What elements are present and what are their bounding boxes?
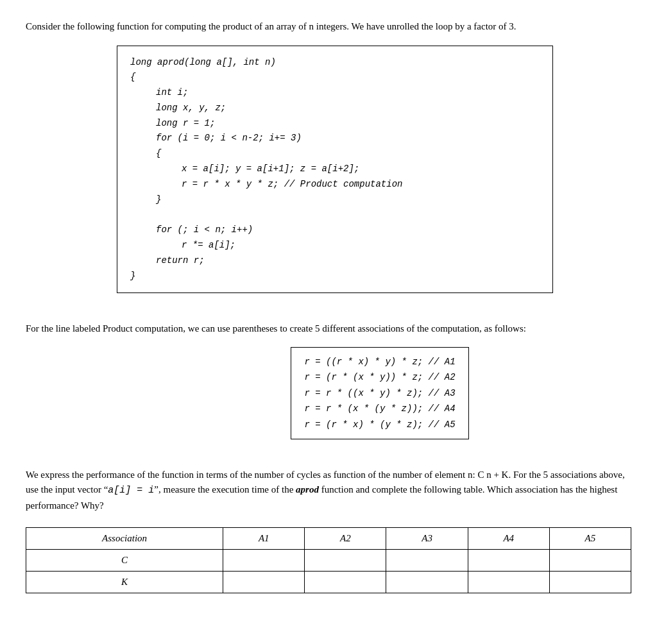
associations-block: r = ((r * x) * y) * z; // A1 r = (r * (x… (291, 347, 468, 440)
cell-k-a4 (468, 571, 549, 593)
col-header-a5: A5 (549, 527, 631, 549)
col-header-a3: A3 (386, 527, 468, 549)
perf-text: We express the performance of the functi… (26, 468, 631, 513)
performance-table: Association A1 A2 A3 A4 A5 C K (26, 527, 631, 593)
cell-c-a5 (549, 549, 631, 571)
table-row-c: C (26, 549, 631, 571)
col-header-a1: A1 (223, 527, 305, 549)
code-block: long aprod(long a[], int n) { int i; lon… (117, 46, 553, 294)
table-row-k: K (26, 571, 631, 593)
section-text: For the line labeled Product computation… (26, 321, 631, 336)
cell-c-a4 (468, 549, 549, 571)
intro-text: Consider the following function for comp… (26, 19, 631, 34)
col-header-a4: A4 (468, 527, 549, 549)
cell-k-a2 (305, 571, 386, 593)
cell-k-a1 (223, 571, 305, 593)
col-header-association: Association (26, 527, 223, 549)
cell-c-a2 (305, 549, 386, 571)
row-label-k: K (26, 571, 223, 593)
cell-c-a3 (386, 549, 468, 571)
row-label-c: C (26, 549, 223, 571)
cell-c-a1 (223, 549, 305, 571)
cell-k-a5 (549, 571, 631, 593)
cell-k-a3 (386, 571, 468, 593)
col-header-a2: A2 (305, 527, 386, 549)
